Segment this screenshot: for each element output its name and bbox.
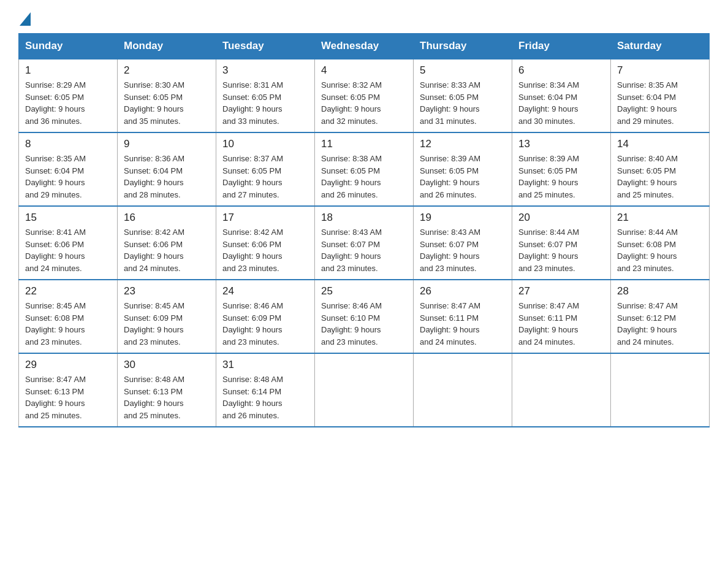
day-info: Sunrise: 8:42 AMSunset: 6:06 PMDaylight:…: [222, 226, 308, 274]
day-info: Sunrise: 8:48 AMSunset: 6:13 PMDaylight:…: [124, 373, 210, 421]
day-info: Sunrise: 8:47 AMSunset: 6:12 PMDaylight:…: [617, 300, 703, 348]
calendar-cell: [414, 353, 512, 427]
day-info: Sunrise: 8:46 AMSunset: 6:09 PMDaylight:…: [222, 300, 308, 348]
calendar-header-row: SundayMondayTuesdayWednesdayThursdayFrid…: [19, 34, 710, 59]
calendar-cell: 26Sunrise: 8:47 AMSunset: 6:11 PMDayligh…: [414, 280, 512, 353]
calendar-week-1: 1Sunrise: 8:29 AMSunset: 6:05 PMDaylight…: [19, 59, 710, 132]
logo-arrow-icon: [18, 12, 31, 27]
day-info: Sunrise: 8:44 AMSunset: 6:07 PMDaylight:…: [518, 226, 604, 274]
day-number: 15: [25, 212, 111, 224]
day-number: 30: [124, 359, 210, 371]
calendar-cell: 2Sunrise: 8:30 AMSunset: 6:05 PMDaylight…: [118, 59, 216, 132]
calendar-cell: 31Sunrise: 8:48 AMSunset: 6:14 PMDayligh…: [216, 353, 315, 427]
day-info: Sunrise: 8:31 AMSunset: 6:05 PMDaylight:…: [222, 79, 308, 127]
calendar-cell: 12Sunrise: 8:39 AMSunset: 6:05 PMDayligh…: [414, 132, 512, 206]
calendar-cell: 13Sunrise: 8:39 AMSunset: 6:05 PMDayligh…: [512, 132, 611, 206]
day-info: Sunrise: 8:34 AMSunset: 6:04 PMDaylight:…: [518, 79, 604, 127]
calendar-cell: 24Sunrise: 8:46 AMSunset: 6:09 PMDayligh…: [216, 280, 315, 353]
day-info: Sunrise: 8:37 AMSunset: 6:05 PMDaylight:…: [222, 153, 308, 201]
calendar-cell: 3Sunrise: 8:31 AMSunset: 6:05 PMDaylight…: [216, 59, 315, 132]
day-info: Sunrise: 8:43 AMSunset: 6:07 PMDaylight:…: [420, 226, 506, 274]
day-info: Sunrise: 8:41 AMSunset: 6:06 PMDaylight:…: [25, 226, 111, 274]
day-number: 17: [222, 212, 308, 224]
calendar-cell: 11Sunrise: 8:38 AMSunset: 6:05 PMDayligh…: [315, 132, 414, 206]
day-info: Sunrise: 8:47 AMSunset: 6:11 PMDaylight:…: [420, 300, 506, 348]
calendar-week-2: 8Sunrise: 8:35 AMSunset: 6:04 PMDaylight…: [19, 132, 710, 206]
day-number: 7: [617, 64, 703, 77]
day-number: 26: [420, 285, 506, 297]
day-info: Sunrise: 8:32 AMSunset: 6:05 PMDaylight:…: [321, 79, 407, 127]
day-number: 11: [321, 138, 407, 150]
day-number: 21: [617, 212, 703, 224]
calendar-cell: 10Sunrise: 8:37 AMSunset: 6:05 PMDayligh…: [216, 132, 315, 206]
calendar-cell: 1Sunrise: 8:29 AMSunset: 6:05 PMDaylight…: [19, 59, 118, 132]
calendar-cell: 27Sunrise: 8:47 AMSunset: 6:11 PMDayligh…: [512, 280, 611, 353]
weekday-header-tuesday: Tuesday: [216, 34, 315, 59]
calendar-cell: 29Sunrise: 8:47 AMSunset: 6:13 PMDayligh…: [19, 353, 118, 427]
weekday-header-wednesday: Wednesday: [315, 34, 414, 59]
day-info: Sunrise: 8:44 AMSunset: 6:08 PMDaylight:…: [617, 226, 703, 274]
calendar-cell: 4Sunrise: 8:32 AMSunset: 6:05 PMDaylight…: [315, 59, 414, 132]
calendar-cell: 14Sunrise: 8:40 AMSunset: 6:05 PMDayligh…: [611, 132, 710, 206]
day-number: 3: [222, 64, 308, 77]
calendar-cell: 9Sunrise: 8:36 AMSunset: 6:04 PMDaylight…: [118, 132, 216, 206]
day-info: Sunrise: 8:33 AMSunset: 6:05 PMDaylight:…: [420, 79, 506, 127]
day-number: 12: [420, 138, 506, 150]
day-number: 27: [518, 285, 604, 297]
day-number: 31: [222, 359, 308, 371]
day-number: 14: [617, 138, 703, 150]
weekday-header-monday: Monday: [118, 34, 216, 59]
calendar-cell: 7Sunrise: 8:35 AMSunset: 6:04 PMDaylight…: [611, 59, 710, 132]
calendar-cell: 23Sunrise: 8:45 AMSunset: 6:09 PMDayligh…: [118, 280, 216, 353]
day-info: Sunrise: 8:35 AMSunset: 6:04 PMDaylight:…: [25, 153, 111, 201]
day-info: Sunrise: 8:40 AMSunset: 6:05 PMDaylight:…: [617, 153, 703, 201]
weekday-header-sunday: Sunday: [19, 34, 118, 59]
calendar-cell: 6Sunrise: 8:34 AMSunset: 6:04 PMDaylight…: [512, 59, 611, 132]
day-info: Sunrise: 8:36 AMSunset: 6:04 PMDaylight:…: [124, 153, 210, 201]
calendar-cell: 5Sunrise: 8:33 AMSunset: 6:05 PMDaylight…: [414, 59, 512, 132]
day-number: 24: [222, 285, 308, 297]
calendar-cell: 20Sunrise: 8:44 AMSunset: 6:07 PMDayligh…: [512, 206, 611, 280]
day-number: 8: [25, 138, 111, 150]
day-info: Sunrise: 8:47 AMSunset: 6:11 PMDaylight:…: [518, 300, 604, 348]
calendar-cell: 16Sunrise: 8:42 AMSunset: 6:06 PMDayligh…: [118, 206, 216, 280]
calendar-week-4: 22Sunrise: 8:45 AMSunset: 6:08 PMDayligh…: [19, 280, 710, 353]
calendar-cell: 15Sunrise: 8:41 AMSunset: 6:06 PMDayligh…: [19, 206, 118, 280]
day-number: 2: [124, 64, 210, 77]
day-number: 20: [518, 212, 604, 224]
day-number: 23: [124, 285, 210, 297]
day-info: Sunrise: 8:39 AMSunset: 6:05 PMDaylight:…: [420, 153, 506, 201]
day-number: 13: [518, 138, 604, 150]
day-info: Sunrise: 8:43 AMSunset: 6:07 PMDaylight:…: [321, 226, 407, 274]
svg-marker-0: [20, 12, 31, 26]
calendar-cell: 28Sunrise: 8:47 AMSunset: 6:12 PMDayligh…: [611, 280, 710, 353]
day-number: 29: [25, 359, 111, 371]
calendar-cell: 19Sunrise: 8:43 AMSunset: 6:07 PMDayligh…: [414, 206, 512, 280]
calendar-cell: [611, 353, 710, 427]
day-number: 22: [25, 285, 111, 297]
calendar-cell: 18Sunrise: 8:43 AMSunset: 6:07 PMDayligh…: [315, 206, 414, 280]
day-number: 19: [420, 212, 506, 224]
calendar-cell: [315, 353, 414, 427]
day-info: Sunrise: 8:45 AMSunset: 6:08 PMDaylight:…: [25, 300, 111, 348]
day-number: 25: [321, 285, 407, 297]
day-info: Sunrise: 8:38 AMSunset: 6:05 PMDaylight:…: [321, 153, 407, 201]
day-info: Sunrise: 8:35 AMSunset: 6:04 PMDaylight:…: [617, 79, 703, 127]
day-info: Sunrise: 8:45 AMSunset: 6:09 PMDaylight:…: [124, 300, 210, 348]
calendar-table: SundayMondayTuesdayWednesdayThursdayFrid…: [18, 33, 710, 427]
day-number: 5: [420, 64, 506, 77]
day-number: 4: [321, 64, 407, 77]
day-info: Sunrise: 8:42 AMSunset: 6:06 PMDaylight:…: [124, 226, 210, 274]
weekday-header-saturday: Saturday: [611, 34, 710, 59]
weekday-header-friday: Friday: [512, 34, 611, 59]
day-number: 6: [518, 64, 604, 77]
day-info: Sunrise: 8:29 AMSunset: 6:05 PMDaylight:…: [25, 79, 111, 127]
calendar-cell: 8Sunrise: 8:35 AMSunset: 6:04 PMDaylight…: [19, 132, 118, 206]
calendar-cell: 25Sunrise: 8:46 AMSunset: 6:10 PMDayligh…: [315, 280, 414, 353]
calendar-cell: 17Sunrise: 8:42 AMSunset: 6:06 PMDayligh…: [216, 206, 315, 280]
calendar-week-3: 15Sunrise: 8:41 AMSunset: 6:06 PMDayligh…: [19, 206, 710, 280]
weekday-header-thursday: Thursday: [414, 34, 512, 59]
calendar-cell: 22Sunrise: 8:45 AMSunset: 6:08 PMDayligh…: [19, 280, 118, 353]
calendar-cell: 21Sunrise: 8:44 AMSunset: 6:08 PMDayligh…: [611, 206, 710, 280]
day-info: Sunrise: 8:46 AMSunset: 6:10 PMDaylight:…: [321, 300, 407, 348]
